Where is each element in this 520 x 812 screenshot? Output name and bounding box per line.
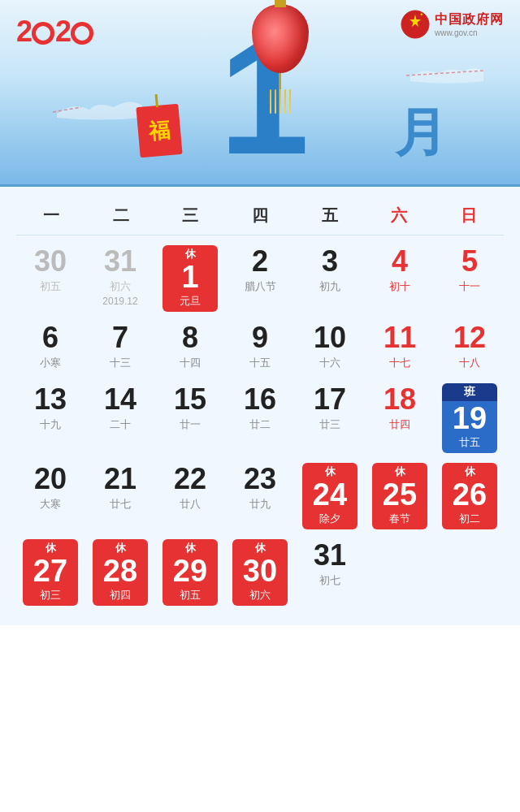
- day-number: 26: [453, 479, 487, 510]
- day-number: 5: [462, 245, 478, 278]
- gov-name-label: 中国政府网: [435, 11, 504, 28]
- day-lunar: 十七: [389, 356, 410, 370]
- day-31-prev: 31 初六 2019.12: [86, 242, 154, 315]
- day-22: 22 廿八: [156, 460, 224, 533]
- day-number: 31: [314, 539, 346, 572]
- day-3: 3 初九: [296, 242, 364, 315]
- day-lunar: 十六: [319, 356, 340, 370]
- day-31: 31 初七: [296, 536, 364, 609]
- day-24-holiday: 休 24 除夕: [296, 460, 364, 533]
- day-number: 27: [33, 555, 67, 586]
- yuandan-box: 休 1 元旦: [162, 245, 218, 312]
- day-number: 16: [244, 383, 276, 416]
- day-lunar: 大寒: [40, 497, 61, 512]
- day-14: 14 二十: [86, 380, 154, 456]
- day-number: 2: [252, 245, 268, 278]
- day-number: 11: [384, 322, 416, 354]
- day-number: 19: [453, 403, 487, 434]
- day-number: 8: [182, 322, 198, 354]
- day-23: 23 廿九: [226, 460, 294, 533]
- day-10: 10 十六: [296, 318, 364, 377]
- day-15: 15 廿一: [156, 380, 224, 456]
- holiday-box-29: 休 29 初五: [162, 539, 218, 606]
- cloud-left-decoration: [49, 97, 146, 125]
- day-lunar: 廿二: [249, 417, 271, 432]
- holiday-box-30: 休 30 初六: [232, 539, 288, 606]
- day-number: 14: [104, 383, 136, 416]
- day-number: 4: [392, 245, 408, 278]
- weekday-fri: 五: [295, 205, 365, 227]
- day-lunar: 初五: [180, 588, 201, 603]
- day-number: 6: [42, 322, 58, 354]
- day-19-workday: 班 19 廿五: [436, 380, 504, 456]
- holiday-box-26: 休 26 初二: [442, 463, 497, 529]
- day-lunar: 初六: [110, 279, 131, 294]
- day-lunar: 廿五: [459, 435, 480, 450]
- holiday-box-25: 休 25 春节: [372, 463, 427, 529]
- day-7: 7 十三: [86, 318, 154, 377]
- day-lunar: 初十: [389, 279, 410, 294]
- day-lunar: 廿九: [249, 497, 271, 512]
- day-lunar: 十五: [249, 356, 271, 370]
- day-lunar: 十四: [180, 356, 201, 370]
- gov-emblem-icon: [401, 10, 430, 39]
- fu-sign: 福: [136, 104, 182, 158]
- day-lunar: 廿一: [180, 417, 201, 432]
- day-lunar: 春节: [389, 512, 410, 526]
- empty-col7: [436, 536, 504, 609]
- day-number: 29: [173, 555, 207, 586]
- day-number: 23: [244, 463, 276, 495]
- calendar-grid: 30 初五 31 初六 2019.12 休 1 元旦 2 腊八节: [16, 242, 504, 609]
- holiday-box-24: 休 24 除夕: [302, 463, 358, 529]
- day-20: 20 大寒: [16, 460, 84, 533]
- day-30-holiday: 休 30 初六: [226, 536, 294, 609]
- lantern-decoration: [252, 4, 309, 73]
- day-number: 21: [104, 463, 136, 495]
- prev-month-label: 2019.12: [102, 296, 137, 307]
- day-lunar: 腊八节: [245, 279, 276, 294]
- day-29-holiday: 休 29 初五: [156, 536, 224, 609]
- day-1-yuandan: 休 1 元旦: [156, 242, 224, 315]
- ban-badge-box: 班: [442, 383, 497, 401]
- lantern-tassel: [270, 89, 291, 114]
- day-number: 17: [314, 383, 346, 416]
- holiday-box-27: 休 27 初三: [23, 539, 78, 606]
- day-2: 2 腊八节: [226, 242, 294, 315]
- day-16: 16 廿二: [226, 380, 294, 456]
- gov-logo: 中国政府网 www.gov.cn: [401, 10, 504, 39]
- empty-col6: [366, 536, 434, 609]
- day-9: 9 十五: [226, 318, 294, 377]
- gov-url-label: www.gov.cn: [435, 28, 478, 37]
- day-17: 17 廿三: [296, 380, 364, 456]
- day-lunar: 初六: [249, 588, 271, 603]
- day-number: 7: [112, 322, 128, 354]
- day-26-holiday: 休 26 初二: [436, 460, 504, 533]
- day-lunar: 除夕: [319, 512, 340, 526]
- holiday-box-28: 休 28 初四: [93, 539, 148, 606]
- zero-icon-2: [71, 22, 93, 45]
- zero-icon: [32, 22, 54, 45]
- day-number: 25: [383, 479, 417, 510]
- day-lunar: 初二: [459, 512, 480, 526]
- day-21: 21 廿七: [86, 460, 154, 533]
- day-lunar: 初四: [110, 588, 131, 603]
- weekday-sun: 日: [434, 205, 504, 227]
- workday-bottom: 19 廿五: [442, 401, 497, 453]
- day-lunar: 初七: [319, 573, 340, 588]
- day-lunar: 二十: [110, 417, 131, 432]
- weekday-sat: 六: [365, 205, 435, 227]
- day-number: 10: [314, 322, 346, 354]
- day-lunar: 廿四: [389, 417, 410, 432]
- day-number: 18: [384, 383, 416, 416]
- day-30-prev: 30 初五: [16, 242, 84, 315]
- day-number: 24: [313, 479, 347, 510]
- weekday-tue: 二: [86, 205, 156, 227]
- gov-text: 中国政府网 www.gov.cn: [435, 11, 504, 37]
- day-18: 18 廿四: [366, 380, 434, 456]
- cloud-right-decoration: [406, 65, 488, 89]
- day-lunar: 元旦: [180, 294, 201, 309]
- day-lunar: 初五: [40, 279, 61, 294]
- yue-character: 月: [395, 97, 447, 168]
- day-lunar: 廿八: [180, 497, 201, 512]
- day-12: 12 十八: [436, 318, 504, 377]
